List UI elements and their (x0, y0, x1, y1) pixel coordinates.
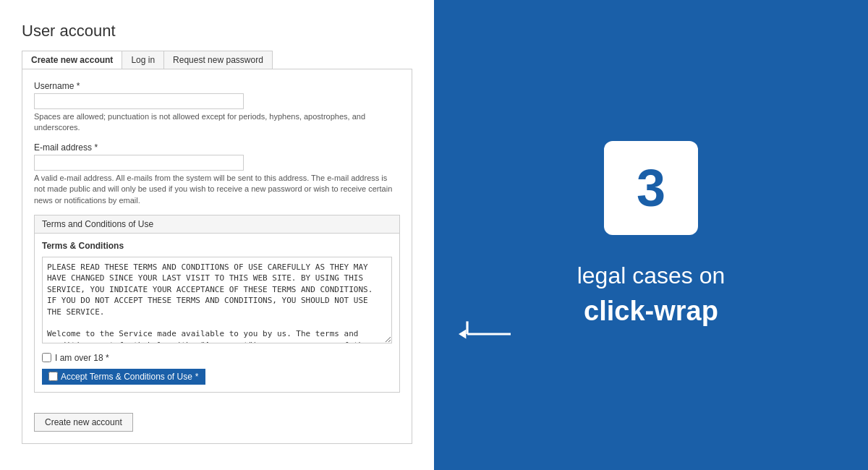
tab-login[interactable]: Log in (122, 51, 164, 69)
arrow-decoration (456, 316, 514, 354)
terms-title-bar: Terms and Conditions of Use (35, 215, 399, 234)
tagline: legal cases on click-wrap (577, 261, 726, 330)
age-checkbox-label: I am over 18 * (55, 353, 109, 363)
tagline-line1: legal cases on (577, 261, 726, 291)
number-card-value: 3 (637, 162, 665, 214)
tab-create-account[interactable]: Create new account (22, 51, 122, 69)
username-hint: Spaces are allowed; punctuation is not a… (34, 111, 400, 134)
accept-terms-button[interactable]: Accept Terms & Conditions of Use * (42, 369, 205, 385)
svg-marker-2 (459, 330, 466, 339)
terms-box: Terms and Conditions of Use Terms & Cond… (34, 215, 400, 393)
email-input[interactable] (34, 155, 244, 171)
email-label: E-mail address * (34, 142, 400, 153)
number-card: 3 (604, 141, 698, 235)
terms-inner: Terms & Conditions I am over 18 * Accept… (35, 234, 399, 392)
arrow-icon (456, 316, 514, 352)
tagline-line2: click-wrap (577, 294, 726, 329)
page-title: User account (22, 22, 412, 40)
age-checkbox[interactable] (42, 353, 51, 362)
age-checkbox-row: I am over 18 * (42, 353, 392, 363)
email-required-marker: * (94, 142, 98, 153)
username-input[interactable] (34, 93, 244, 109)
terms-heading: Terms & Conditions (42, 241, 392, 251)
left-panel: User account Create new account Log in R… (0, 0, 434, 470)
terms-textarea[interactable] (42, 257, 392, 343)
create-account-button[interactable]: Create new account (34, 413, 133, 432)
username-field-group: Username * Spaces are allowed; punctuati… (34, 81, 400, 134)
username-required-marker: * (77, 81, 80, 91)
tab-request-password[interactable]: Request new password (164, 51, 272, 69)
right-panel: 3 legal cases on click-wrap (434, 0, 868, 470)
username-label: Username * (34, 81, 400, 91)
email-hint: A valid e-mail address. All e-mails from… (34, 173, 400, 206)
tab-bar: Create new account Log in Request new pa… (22, 51, 273, 69)
form-container: Username * Spaces are allowed; punctuati… (22, 69, 412, 444)
email-field-group: E-mail address * A valid e-mail address.… (34, 142, 400, 206)
accept-terms-checkbox[interactable] (48, 372, 58, 381)
accept-checkbox-row: Accept Terms & Conditions of Use * (42, 369, 392, 385)
